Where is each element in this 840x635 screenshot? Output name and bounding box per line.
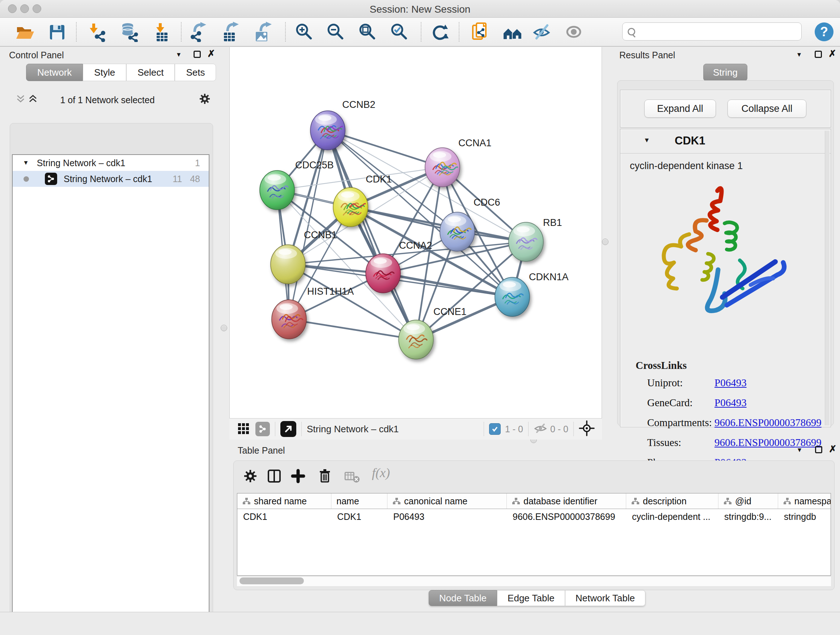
hidden-node-edge-counts: 0 - 0 xyxy=(550,424,568,434)
zoom-fit-button[interactable] xyxy=(357,22,377,42)
tab-style[interactable]: Style xyxy=(83,64,126,81)
edge-HIST1H1A-CCNE1 xyxy=(289,319,416,340)
table-body: CDK1CDK1P064939606.ENSP00000378699cyclin… xyxy=(237,509,831,524)
section-collapse-icon[interactable]: ▼ xyxy=(644,136,650,144)
table-scrollbar-thumb[interactable] xyxy=(240,578,304,584)
network-collection-row[interactable]: ▼ String Network – cdk1 1 xyxy=(13,155,209,171)
panel-float-icon[interactable] xyxy=(194,51,201,58)
table-settings-gear-icon[interactable] xyxy=(243,469,257,485)
panel-close-icon[interactable]: ✗ xyxy=(829,445,837,453)
panel-menu-icon[interactable]: ▾ xyxy=(798,445,801,454)
node-CDC6 xyxy=(440,212,475,251)
tab-edge-table[interactable]: Edge Table xyxy=(497,590,565,606)
crosslinks-title: CrossLinks xyxy=(636,359,687,371)
node-CCNB1 xyxy=(271,245,305,284)
panel-float-icon[interactable] xyxy=(815,446,822,453)
column-header-canonical-name[interactable]: canonical name xyxy=(387,494,507,509)
import-network-button[interactable] xyxy=(87,22,107,42)
network-options-gear-icon[interactable] xyxy=(199,93,211,106)
column-header-@id[interactable]: @id xyxy=(718,494,778,509)
crosslink-link[interactable]: P06493 xyxy=(714,397,747,409)
column-label: shared name xyxy=(254,496,307,507)
zoom-out-button[interactable] xyxy=(325,22,346,42)
gene-description: cyclin-dependent kinase 1 xyxy=(630,160,743,172)
export-image-button[interactable] xyxy=(253,22,273,42)
show-all-button[interactable] xyxy=(564,22,584,42)
import-table-button[interactable] xyxy=(152,22,172,42)
open-session-button[interactable] xyxy=(14,22,34,42)
node-label-CCNB1: CCNB1 xyxy=(304,230,337,241)
fit-content-crosshair-icon[interactable] xyxy=(579,420,595,438)
collapse-all-button[interactable]: Collapse All xyxy=(728,100,806,118)
zoom-in-button[interactable] xyxy=(294,22,314,42)
crosslink-link[interactable]: 9606.ENSP00000378699 xyxy=(714,417,821,429)
open-in-window-icon[interactable] xyxy=(280,421,296,437)
search-input[interactable] xyxy=(622,22,802,41)
tab-select[interactable]: Select xyxy=(126,64,175,81)
column-header-database-identifier[interactable]: database identifier xyxy=(507,494,626,509)
control-panel: Control Panel ▾ ✗ NetworkStyleSelectSets… xyxy=(3,47,217,605)
hidden-eye-icon[interactable] xyxy=(534,422,547,436)
panel-close-icon[interactable]: ✗ xyxy=(829,50,836,57)
tab-network-table[interactable]: Network Table xyxy=(565,590,645,606)
function-builder-icon[interactable]: f(x) xyxy=(372,465,390,480)
main-toolbar: ? xyxy=(0,18,840,47)
crosslink-row: Uniprot:P06493 xyxy=(621,377,831,397)
help-button[interactable]: ? xyxy=(815,22,834,41)
panel-float-icon[interactable] xyxy=(815,51,822,58)
panel-menu-icon[interactable]: ▾ xyxy=(177,50,180,59)
delete-column-icon[interactable] xyxy=(317,468,332,485)
column-label: canonical name xyxy=(404,496,467,507)
table-row[interactable]: CDK1CDK1P064939606.ENSP00000378699cyclin… xyxy=(237,509,831,524)
column-header-description[interactable]: description xyxy=(626,494,718,509)
column-header-shared-name[interactable]: shared name xyxy=(237,494,332,509)
show-column-icon[interactable] xyxy=(267,469,281,485)
tree-expand-icon[interactable]: ▼ xyxy=(23,159,29,166)
save-session-button[interactable] xyxy=(47,22,67,42)
node-label-HIST1H1A: HIST1H1A xyxy=(307,286,354,297)
left-splitter-handle[interactable] xyxy=(221,325,227,331)
tab-sets[interactable]: Sets xyxy=(175,64,216,81)
toolbar-separator xyxy=(459,22,459,42)
network-row-selected[interactable]: String Network – cdk1 11 48 xyxy=(13,171,209,187)
expand-all-button[interactable]: Expand All xyxy=(644,100,716,118)
crosslink-link[interactable]: P06493 xyxy=(714,377,747,389)
right-splitter-handle[interactable] xyxy=(602,239,608,245)
node-label-CCNB2: CCNB2 xyxy=(342,99,376,110)
node-RB1 xyxy=(508,222,543,261)
group-nodes-button[interactable] xyxy=(502,22,523,42)
selected-checkbox-icon[interactable] xyxy=(489,423,501,435)
export-table-button[interactable] xyxy=(220,22,240,42)
panel-menu-icon[interactable]: ▾ xyxy=(797,50,801,59)
node-CCNA1 xyxy=(425,148,460,187)
hide-selected-button[interactable] xyxy=(531,22,552,42)
results-scrollbar[interactable] xyxy=(825,131,829,425)
column-header-name[interactable]: name xyxy=(332,494,387,509)
create-column-icon[interactable] xyxy=(291,469,305,485)
delete-table-icon[interactable] xyxy=(344,471,360,485)
tab-node-table[interactable]: Node Table xyxy=(429,590,497,606)
toolbar-separator xyxy=(421,22,422,42)
toolbar-separator xyxy=(275,422,275,436)
tab-string[interactable]: String xyxy=(703,64,747,81)
expand-all-icon[interactable] xyxy=(28,94,38,106)
network-canvas[interactable]: CCNB2CCNA1CDC25BCDK1CDC6RB1CCNB1CCNA2CDK… xyxy=(229,47,602,418)
crosslink-label: GeneCard: xyxy=(647,397,693,409)
zoom-selected-button[interactable] xyxy=(389,22,409,42)
crosslink-row: GeneCard:P06493 xyxy=(621,397,831,417)
import-database-button[interactable] xyxy=(119,22,139,42)
clone-network-button[interactable] xyxy=(470,22,490,42)
toolbar-separator xyxy=(181,22,182,42)
node-label-CCNA1: CCNA1 xyxy=(458,138,492,149)
export-network-button[interactable] xyxy=(188,22,208,42)
gene-section-header[interactable]: ▼ CDK1 xyxy=(621,129,831,154)
panel-close-icon[interactable]: ✗ xyxy=(207,50,215,57)
birds-eye-view-icon[interactable] xyxy=(237,422,250,436)
tab-network[interactable]: Network xyxy=(26,64,83,81)
column-header-namespace[interactable]: namespace xyxy=(778,494,831,509)
refresh-button[interactable] xyxy=(430,22,450,42)
node-count: 11 xyxy=(172,174,182,184)
string-style-icon[interactable] xyxy=(256,422,270,436)
collapse-all-icon[interactable] xyxy=(16,94,26,106)
table-horizontal-scrollbar[interactable] xyxy=(237,576,831,586)
